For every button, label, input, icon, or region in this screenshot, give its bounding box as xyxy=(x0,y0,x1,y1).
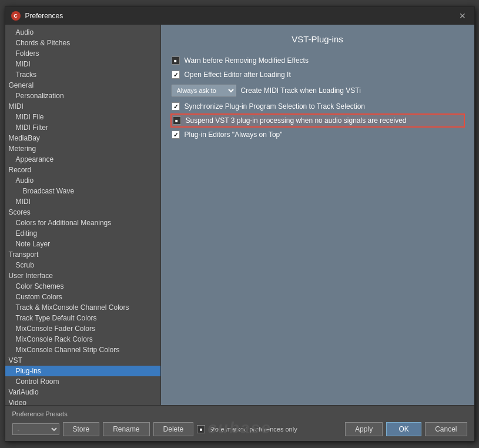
sidebar-item-appearance[interactable]: Appearance xyxy=(5,154,160,165)
sidebar-item-tracks[interactable]: Tracks xyxy=(5,69,160,80)
dialog-title: Preferences xyxy=(25,12,63,20)
sidebar-item-record-midi[interactable]: MIDI xyxy=(5,196,160,207)
presets-row: Preference Presets xyxy=(12,410,467,417)
content-title: VST-Plug-ins xyxy=(170,34,465,44)
label-warn-before-removing: Warn before Removing Modified Effects xyxy=(185,56,309,65)
sidebar-item-midi[interactable]: MIDI xyxy=(5,59,160,69)
checkbox-open-effect-editor[interactable] xyxy=(172,71,180,79)
sidebar-item-track-mixconsole[interactable]: Track & MixConsole Channel Colors xyxy=(5,302,160,313)
sidebar-item-midi-filter[interactable]: MIDI Filter xyxy=(5,122,160,133)
option-open-effect-editor: Open Effect Editor after Loading It xyxy=(170,68,465,82)
sidebar-item-record[interactable]: Record xyxy=(5,165,160,175)
sidebar-item-mixconsole-channel[interactable]: MixConsole Channel Strip Colors xyxy=(5,345,160,355)
sidebar-item-video[interactable]: Video xyxy=(5,397,160,405)
checkbox-warn-before-removing[interactable] xyxy=(172,56,180,65)
dialog-body: AudioChords & PitchesFoldersMIDITracksGe… xyxy=(5,25,474,405)
sidebar-item-colors-additional[interactable]: Colors for Additional Meanings xyxy=(5,218,160,228)
sidebar-item-custom-colors[interactable]: Custom Colors xyxy=(5,292,160,302)
sidebar-item-mediabay[interactable]: MediaBay xyxy=(5,133,160,143)
delete-button[interactable]: Delete xyxy=(153,422,194,436)
sidebar-item-folders[interactable]: Folders xyxy=(5,48,160,59)
sidebar-item-chords-pitches[interactable]: Chords & Pitches xyxy=(5,38,160,48)
sidebar-item-mixconsole-rack[interactable]: MixConsole Rack Colors xyxy=(5,334,160,345)
sidebar-item-track-type-colors[interactable]: Track Type Default Colors xyxy=(5,313,160,323)
checkbox-suspend-vst3[interactable] xyxy=(173,116,181,125)
label-open-effect-editor: Open Effect Editor after Loading It xyxy=(185,71,291,79)
option-suspend-vst3: Suspend VST 3 plug-in processing when no… xyxy=(170,113,465,128)
cancel-button[interactable]: Cancel xyxy=(425,422,467,436)
content-area: VST-Plug-ins Warn before Removing Modifi… xyxy=(161,25,474,405)
always-ask-dropdown[interactable]: Always ask to Always Never xyxy=(172,85,236,96)
presets-label: Preference Presets xyxy=(12,410,68,417)
sidebar-item-note-layer[interactable]: Note Layer xyxy=(5,239,160,249)
store-marked-label: Store marked preferences only xyxy=(209,426,297,433)
footer-left: - Store Rename Delete Store marked prefe… xyxy=(12,422,297,436)
store-marked-row: Store marked preferences only xyxy=(197,425,297,433)
dropdown-label: Create MIDI Track when Loading VSTi xyxy=(241,86,361,95)
sidebar-item-personalization[interactable]: Personalization xyxy=(5,91,160,101)
close-button[interactable]: ✕ xyxy=(457,11,468,21)
preferences-dialog: C Preferences ✕ AudioChords & PitchesFol… xyxy=(5,6,475,442)
sidebar-item-color-schemes[interactable]: Color Schemes xyxy=(5,281,160,292)
label-suspend-vst3: Suspend VST 3 plug-in processing when no… xyxy=(186,116,407,125)
app-icon: C xyxy=(11,11,21,21)
dropdown-row: Always ask to Always Never Create MIDI T… xyxy=(170,82,465,99)
sidebar-item-general[interactable]: General xyxy=(5,80,160,91)
sidebar-item-record-audio[interactable]: Audio xyxy=(5,175,160,186)
sidebar-item-control-room[interactable]: Control Room xyxy=(5,376,160,387)
checkbox-store-marked[interactable] xyxy=(197,425,205,433)
sidebar: AudioChords & PitchesFoldersMIDITracksGe… xyxy=(5,25,161,405)
sidebar-item-scores[interactable]: Scores xyxy=(5,207,160,218)
option-sync: Synchronize Plug-in Program Selection to… xyxy=(170,99,465,113)
sidebar-item-midi-file[interactable]: MIDI File xyxy=(5,112,160,122)
footer-buttons-row: - Store Rename Delete Store marked prefe… xyxy=(12,422,467,436)
sidebar-item-plug-ins[interactable]: Plug-ins xyxy=(5,366,160,376)
sidebar-item-vst[interactable]: VST xyxy=(5,355,160,366)
sidebar-item-vari-audio[interactable]: VariAudio xyxy=(5,387,160,397)
dialog-footer: Preference Presets - Store Rename Delete… xyxy=(5,405,474,441)
sidebar-item-transport[interactable]: Transport xyxy=(5,249,160,260)
label-plugin-editors: Plug-in Editors "Always on Top" xyxy=(185,131,283,139)
sidebar-item-mixconsole-fader[interactable]: MixConsole Fader Colors xyxy=(5,323,160,334)
footer-right: Apply OK Cancel xyxy=(345,422,467,436)
sidebar-item-user-interface[interactable]: User Interface xyxy=(5,270,160,281)
sidebar-item-midi-top[interactable]: MIDI xyxy=(5,101,160,112)
store-button[interactable]: Store xyxy=(63,422,100,436)
sidebar-item-metering[interactable]: Metering xyxy=(5,143,160,154)
rename-button[interactable]: Rename xyxy=(103,422,149,436)
apply-button[interactable]: Apply xyxy=(345,422,383,436)
checkbox-sync[interactable] xyxy=(172,102,180,111)
option-warn-before-removing: Warn before Removing Modified Effects xyxy=(170,54,465,68)
sidebar-item-broadcast-wave[interactable]: Broadcast Wave xyxy=(5,186,160,196)
sidebar-item-editing[interactable]: Editing xyxy=(5,228,160,239)
option-plugin-editors: Plug-in Editors "Always on Top" xyxy=(170,128,465,142)
preset-select[interactable]: - xyxy=(12,423,59,435)
sidebar-item-scrub[interactable]: Scrub xyxy=(5,260,160,270)
title-bar-left: C Preferences xyxy=(11,11,63,21)
ok-button[interactable]: OK xyxy=(386,422,421,436)
sidebar-item-audio[interactable]: Audio xyxy=(5,27,160,38)
checkbox-plugin-editors[interactable] xyxy=(172,131,180,139)
title-bar: C Preferences ✕ xyxy=(5,7,474,25)
label-sync: Synchronize Plug-in Program Selection to… xyxy=(185,102,365,111)
